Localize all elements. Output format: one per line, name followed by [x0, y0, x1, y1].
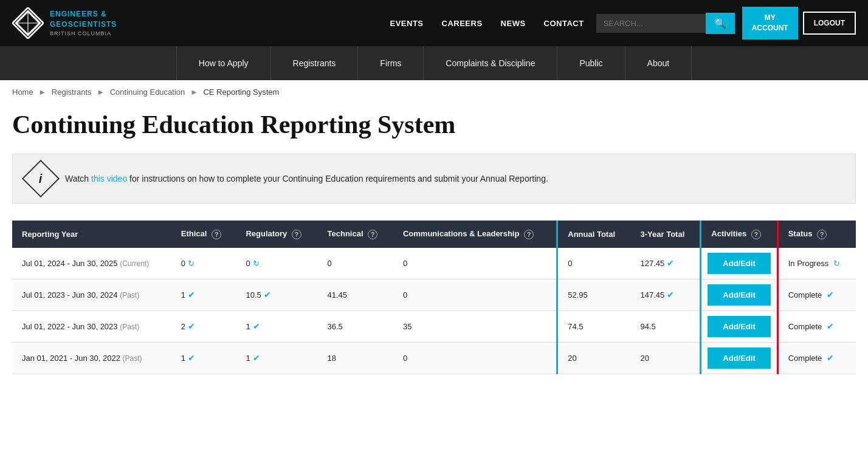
- col-header-comms: Communications & Leadership ?: [393, 221, 557, 248]
- cell-year: Jul 01, 2023 - Jun 30, 2024 (Past): [12, 279, 171, 310]
- refresh-icon: ↻: [253, 259, 260, 268]
- cell-status: Complete ✔: [777, 310, 856, 342]
- cell-regulatory: 10.5✔: [236, 279, 317, 310]
- breadcrumb-sep-3: ►: [190, 87, 198, 97]
- ce-table: Reporting Year Ethical ? Regulatory ? Te…: [12, 221, 856, 374]
- cell-technical: 18: [318, 342, 393, 374]
- status-text: Complete: [788, 290, 822, 300]
- add-edit-button[interactable]: Add/Edit: [708, 284, 770, 306]
- cell-comms: 0: [393, 248, 557, 279]
- check-icon: ✔: [253, 353, 260, 363]
- status-text: In Progress: [788, 259, 828, 268]
- nav-registrants[interactable]: Registrants: [271, 46, 359, 80]
- cell-comms: 0: [393, 279, 557, 310]
- status-refresh-icon: ↻: [833, 259, 840, 268]
- cell-activities: Add/Edit: [701, 248, 777, 279]
- breadcrumb-current: CE Reporting System: [203, 87, 279, 97]
- col-header-annual-total: Annual Total: [557, 221, 631, 248]
- cell-activities: Add/Edit: [701, 279, 777, 310]
- add-edit-button[interactable]: Add/Edit: [708, 347, 770, 369]
- cell-3year-total: 147.45✔: [631, 279, 701, 310]
- nav-public[interactable]: Public: [557, 46, 625, 80]
- info-box: i Watch this video for instructions on h…: [12, 154, 856, 204]
- check-icon: ✔: [253, 321, 260, 331]
- check-icon: ✔: [667, 290, 674, 300]
- nav-how-to-apply[interactable]: How to Apply: [176, 46, 271, 80]
- nav-about[interactable]: About: [625, 46, 692, 80]
- cell-regulatory: 1✔: [236, 310, 317, 342]
- add-edit-button[interactable]: Add/Edit: [708, 316, 770, 337]
- status-text: Complete: [788, 322, 822, 331]
- nav-events[interactable]: EVENTS: [390, 19, 423, 28]
- nav-contact[interactable]: CONTACT: [544, 19, 584, 28]
- status-help-icon[interactable]: ?: [817, 230, 827, 239]
- col-header-ethical: Ethical ?: [171, 221, 236, 248]
- cell-annual-total: 52.95: [557, 279, 631, 310]
- cell-3year-total: 127.45✔: [631, 248, 701, 279]
- cell-activities: Add/Edit: [701, 310, 777, 342]
- cell-year: Jul 01, 2022 - Jun 30, 2023 (Past): [12, 310, 171, 342]
- col-header-status: Status ?: [777, 221, 856, 248]
- info-video-link[interactable]: this video: [91, 174, 127, 183]
- info-text-before: Watch: [65, 174, 91, 183]
- table-container: Reporting Year Ethical ? Regulatory ? Te…: [12, 221, 856, 374]
- check-icon: ✔: [188, 290, 195, 300]
- cell-technical: 0: [318, 248, 393, 279]
- check-icon: ✔: [188, 321, 195, 331]
- nav-firms[interactable]: Firms: [358, 46, 424, 80]
- cell-comms: 35: [393, 310, 557, 342]
- cell-3year-total: 94.5: [631, 310, 701, 342]
- breadcrumb-continuing-education[interactable]: Continuing Education: [110, 87, 185, 97]
- table-row: Jul 01, 2023 - Jun 30, 2024 (Past) 1✔ 10…: [12, 279, 856, 310]
- table-header-row: Reporting Year Ethical ? Regulatory ? Te…: [12, 221, 856, 248]
- secondary-nav: How to Apply Registrants Firms Complaint…: [0, 46, 868, 80]
- search-button[interactable]: 🔍: [706, 13, 735, 34]
- my-account-button[interactable]: MYACCOUNT: [742, 7, 798, 39]
- status-text: Complete: [788, 354, 822, 363]
- check-icon: ✔: [264, 290, 271, 300]
- ethical-help-icon[interactable]: ?: [212, 230, 221, 239]
- nav-news[interactable]: NEWS: [501, 19, 526, 28]
- cell-regulatory: 1✔: [236, 342, 317, 374]
- cell-technical: 36.5: [318, 310, 393, 342]
- col-header-3year-total: 3-Year Total: [631, 221, 701, 248]
- activities-help-icon[interactable]: ?: [751, 230, 761, 239]
- add-edit-button[interactable]: Add/Edit: [708, 253, 770, 274]
- col-header-reporting-year: Reporting Year: [12, 221, 171, 248]
- comms-help-icon[interactable]: ?: [524, 230, 534, 239]
- refresh-icon: ↻: [188, 259, 195, 268]
- cell-annual-total: 20: [557, 342, 631, 374]
- cell-activities: Add/Edit: [701, 342, 777, 374]
- nav-careers[interactable]: CAREERS: [442, 19, 483, 28]
- status-check-icon: ✔: [827, 290, 834, 300]
- cell-ethical: 2✔: [171, 310, 236, 342]
- logo-area: ENGINEERS & GEOSCIENTISTS BRITISH COLUMB…: [12, 7, 117, 39]
- technical-help-icon[interactable]: ?: [368, 230, 377, 239]
- status-check-icon: ✔: [827, 353, 834, 363]
- breadcrumb-registrants[interactable]: Registrants: [52, 87, 92, 97]
- col-header-regulatory: Regulatory ?: [236, 221, 317, 248]
- site-header: ENGINEERS & GEOSCIENTISTS BRITISH COLUMB…: [0, 0, 868, 46]
- page-content: Continuing Education Reporting System i …: [0, 104, 868, 392]
- table-row: Jan 01, 2021 - Jun 30, 2022 (Past) 1✔ 1✔…: [12, 342, 856, 374]
- cell-3year-total: 20: [631, 342, 701, 374]
- col-header-activities: Activities ?: [701, 221, 777, 248]
- search-area: 🔍: [596, 13, 735, 34]
- search-input[interactable]: [596, 14, 706, 33]
- col-header-technical: Technical ?: [318, 221, 393, 248]
- cell-regulatory: 0↻: [236, 248, 317, 279]
- cell-year: Jul 01, 2024 - Jun 30, 2025 (Current): [12, 248, 171, 279]
- breadcrumb-sep-2: ►: [97, 87, 105, 97]
- check-icon: ✔: [188, 353, 195, 363]
- breadcrumb-home[interactable]: Home: [12, 87, 33, 97]
- info-text: Watch this video for instructions on how…: [65, 174, 548, 183]
- page-title: Continuing Education Reporting System: [12, 110, 856, 139]
- logout-button[interactable]: LOGOUT: [803, 12, 856, 35]
- logo-icon: [12, 7, 44, 39]
- regulatory-help-icon[interactable]: ?: [292, 230, 301, 239]
- cell-status: In Progress ↻: [777, 248, 856, 279]
- nav-complaints-discipline[interactable]: Complaints & Discipline: [424, 46, 557, 80]
- cell-annual-total: 0: [557, 248, 631, 279]
- info-text-after: for instructions on how to complete your…: [127, 174, 548, 183]
- status-check-icon: ✔: [827, 321, 834, 331]
